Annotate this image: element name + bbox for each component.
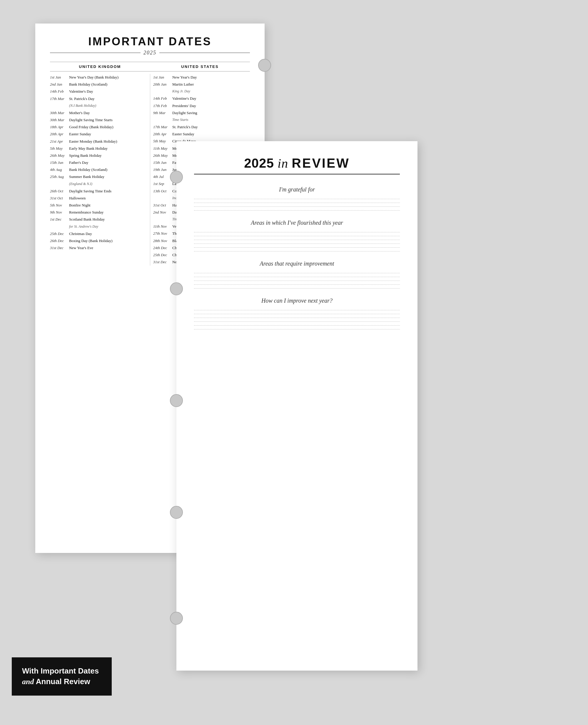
date-row: 1st DecScotland Bank Holiday xyxy=(50,216,147,223)
date-row: (N.I Bank Holiday) xyxy=(50,102,147,109)
date-label: 19th Jun xyxy=(153,167,172,172)
date-label: 4th Jul xyxy=(153,174,172,179)
dotted-line xyxy=(194,206,400,207)
bottom-label: With Important Dates and Annual Review xyxy=(12,657,112,696)
dotted-line xyxy=(194,322,400,322)
date-label: 25th Dec xyxy=(153,252,172,257)
flourished-label: Areas in which I've flourished this year xyxy=(194,220,400,226)
date-row: 1st JanNew Year's Day xyxy=(153,74,250,81)
improve-next-label: How can I improve next year? xyxy=(194,297,400,304)
date-event: Bonfire Night xyxy=(69,203,90,208)
date-row: 9th NovRemembrance Sunday xyxy=(50,209,147,216)
date-label: 1st Jan xyxy=(50,75,69,80)
columns-header: UNITED KINGDOM UNITED STATES xyxy=(50,62,250,71)
date-label: 9th Mar xyxy=(153,110,172,115)
date-label xyxy=(50,103,69,104)
bottom-label-rest: Annual Review xyxy=(34,677,90,686)
dotted-line xyxy=(194,232,400,232)
year-row: 2025 xyxy=(50,50,250,56)
date-event: Summer Bank Holiday xyxy=(69,174,104,180)
date-event: St. Patrick's Day xyxy=(69,96,94,102)
review-year: 2025 xyxy=(244,156,274,170)
date-event: Father's Day xyxy=(69,160,88,165)
dotted-line xyxy=(194,325,400,326)
date-label: 14th Feb xyxy=(153,96,172,101)
date-event: Easter Sunday xyxy=(172,131,194,137)
date-event: Spring Bank Holiday xyxy=(69,153,102,158)
bottom-label-line2: and Annual Review xyxy=(22,677,101,687)
date-event: Good Friday (Bank Holiday) xyxy=(69,124,113,130)
date-row: 26th DecBoxing Day (Bank Holiday) xyxy=(50,237,147,244)
date-label: 17th Feb xyxy=(153,103,172,108)
date-row: 30th MarMother's Day xyxy=(50,109,147,117)
date-row: for St. Andrew's Day xyxy=(50,223,147,230)
date-label: 20th Apr xyxy=(50,131,69,137)
review-title: 2025 in REVIEW xyxy=(194,156,400,171)
date-label: 20th Apr xyxy=(153,131,172,137)
dotted-line xyxy=(194,247,400,248)
date-event: Bank Holiday (Scotland) xyxy=(69,82,107,87)
date-label: 27th Nov xyxy=(153,231,172,236)
review-ring-hole-4 xyxy=(170,506,183,519)
date-label xyxy=(153,117,172,118)
date-event: Early May Bank Holiday xyxy=(69,146,108,151)
date-label: 31st Dec xyxy=(153,260,172,264)
page-container: IMPORTANT DATES 2025 UNITED KINGDOM UNIT… xyxy=(0,0,588,725)
date-label: 26th May xyxy=(50,153,69,158)
date-label xyxy=(153,217,172,217)
review-review: REVIEW xyxy=(292,156,350,170)
date-row: 14th FebValentine's Day xyxy=(153,95,250,102)
date-event: Christmas Day xyxy=(69,231,92,236)
date-label: 1st Sep xyxy=(153,181,172,186)
date-event: Remembrance Sunday xyxy=(69,210,104,215)
dotted-line xyxy=(194,277,400,277)
date-label: 31st Oct xyxy=(50,195,69,201)
date-event: Martin Luther xyxy=(172,82,194,87)
date-label: 5th May xyxy=(50,146,69,151)
grateful-section: I'm grateful for xyxy=(194,186,400,211)
date-label: 9th Nov xyxy=(50,210,69,215)
date-label: 2nd Jan xyxy=(50,82,69,87)
date-event: (England & N.I) xyxy=(69,182,92,186)
date-row: 30th MarDaylight Saving Time Starts xyxy=(50,117,147,124)
bottom-label-em: and xyxy=(22,677,34,686)
date-label: 30th Mar xyxy=(50,110,69,115)
date-row: 5th NovBonfire Night xyxy=(50,202,147,209)
date-label: 5th May xyxy=(153,139,172,144)
date-event: Daylight Saving xyxy=(172,110,197,116)
date-event: Daylight Saving Time Ends xyxy=(69,188,111,194)
date-label: 14th Feb xyxy=(50,89,69,94)
date-event: for St. Andrew's Day xyxy=(69,224,98,229)
date-event: Easter Monday (Bank Holiday) xyxy=(69,139,117,144)
date-event: Scotland Bank Holiday xyxy=(69,217,105,222)
date-row: 20th AprEaster Sunday xyxy=(50,130,147,138)
dotted-line xyxy=(194,310,400,310)
dotted-line xyxy=(194,244,400,244)
date-label: 28th Nov xyxy=(153,238,172,243)
date-row: 17th MarSt. Patrick's Day xyxy=(153,124,250,130)
grateful-label: I'm grateful for xyxy=(194,186,400,193)
date-row: 4th AugBank Holiday (Scotland) xyxy=(50,166,147,173)
date-row: 26th OctDaylight Saving Time Ends xyxy=(50,188,147,195)
date-label: 31st Oct xyxy=(153,203,172,208)
dotted-line xyxy=(194,199,400,199)
date-label: 26th May xyxy=(153,153,172,158)
date-label: 17th Mar xyxy=(153,124,172,129)
date-row: 31st DecNew Year's Eve xyxy=(50,244,147,251)
date-label: 25th Aug xyxy=(50,174,69,179)
review-ring-hole-1 xyxy=(170,171,183,184)
card-year: 2025 xyxy=(144,50,156,56)
improvement-section: Areas that require improvement xyxy=(194,260,400,289)
date-label: 21st Apr xyxy=(50,139,69,144)
date-label: 30th Mar xyxy=(50,117,69,122)
date-label: 26th Oct xyxy=(50,188,69,193)
date-label: 24th Dec xyxy=(153,245,172,250)
date-event: Halloween xyxy=(69,195,86,201)
date-label: 17th Mar xyxy=(50,96,69,101)
review-ring-hole-5 xyxy=(170,612,183,625)
date-row: 9th MarDaylight Saving xyxy=(153,109,250,117)
date-row: 21st AprEaster Monday (Bank Holiday) xyxy=(50,138,147,145)
date-row: 31st OctHalloween xyxy=(50,195,147,202)
review-ring-hole-2 xyxy=(170,282,183,295)
bottom-label-line1: With Important Dates xyxy=(22,666,101,676)
